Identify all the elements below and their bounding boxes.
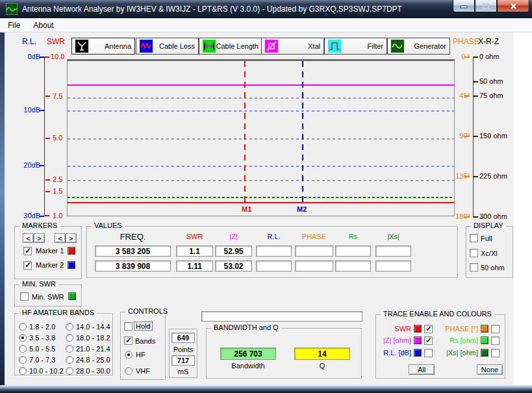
trace-phase-checkbox[interactable]	[491, 325, 500, 333]
rl-tick-label: 0dB	[18, 53, 40, 60]
rs-value-m1	[335, 246, 371, 257]
minimize-button[interactable]	[453, 0, 475, 12]
tab-label: Cable Loss	[159, 42, 195, 50]
q-label: Q	[294, 362, 350, 370]
phase-value-m2	[295, 260, 333, 272]
status-field[interactable]	[201, 311, 362, 322]
marker2-next-button[interactable]: >	[66, 233, 77, 243]
rl-tick	[39, 216, 44, 217]
menubar: File About	[0, 18, 532, 32]
phase-tick	[464, 216, 470, 218]
ohm-tick	[474, 136, 478, 137]
trace-rl-swatch[interactable]	[414, 349, 422, 357]
window-border-bottom	[0, 385, 532, 393]
swr-axis-title: SWR	[47, 37, 65, 46]
marker1-line[interactable]	[244, 61, 246, 215]
hf-radio[interactable]	[125, 351, 133, 359]
swr-value-m2: 1.11	[176, 260, 213, 272]
trace-xs-swatch[interactable]	[481, 349, 488, 357]
ohm-tick-label: 0 ohm	[479, 53, 500, 60]
display-group-title: DISPLAY	[471, 222, 506, 229]
band-radio-3.5[interactable]	[19, 334, 27, 342]
band-radio-5.0[interactable]	[19, 345, 27, 353]
ohm-tick	[474, 216, 478, 218]
marker1-next-button[interactable]: >	[34, 233, 45, 243]
rl-header: R.L.	[256, 233, 292, 240]
display-full-checkbox[interactable]	[470, 234, 478, 242]
trace-none-button[interactable]: None	[477, 364, 503, 375]
trace-z-swatch[interactable]	[414, 336, 422, 344]
menu-item-about[interactable]: About	[28, 19, 58, 32]
trace-swr-checkbox[interactable]	[424, 325, 433, 333]
vhf-radio[interactable]	[125, 367, 133, 375]
tab-xtal[interactable]: Xtal	[261, 38, 324, 55]
tab-label: Filter	[368, 42, 383, 50]
band-label: 5.0 - 5.5	[29, 345, 55, 353]
tab-antenna[interactable]: Antenna	[71, 38, 135, 55]
generator-icon	[391, 40, 404, 53]
phase-tick	[464, 57, 470, 58]
display-xcxl-checkbox[interactable]	[470, 249, 478, 257]
gridline-swr-5.0	[68, 138, 454, 140]
trace-rs-checkbox[interactable]	[491, 336, 500, 345]
tab-filter[interactable]: Filter	[324, 38, 387, 55]
bands-checkbox[interactable]	[124, 336, 133, 345]
controls-group: CONTROLS Hold Bands HF VHF	[120, 312, 166, 380]
maximize-button[interactable]	[475, 0, 497, 12]
marker1-checkbox[interactable]	[23, 247, 32, 255]
marker1-color-swatch[interactable]	[68, 247, 75, 255]
window-title: Antenna Network Analyser by IW3HEV & IW3…	[22, 5, 402, 14]
maximize-icon	[482, 3, 490, 10]
trace-xs-checkbox[interactable]	[491, 349, 500, 357]
hf-bands-group-title: HF AMATEUR BANDS	[19, 309, 97, 316]
xs-value-m2	[375, 260, 411, 272]
min-swr-color-swatch[interactable]	[68, 292, 76, 300]
band-radio-21.0[interactable]	[66, 345, 73, 353]
trace-all-button[interactable]: All	[409, 364, 435, 375]
swr-value-m1: 1.1	[176, 246, 213, 257]
bandwidth-label: Bandwidth	[220, 362, 276, 370]
swr-header: SWR	[176, 233, 213, 240]
menu-item-file[interactable]: File	[3, 19, 25, 32]
tab-cable-loss[interactable]: Cable Loss	[136, 38, 199, 55]
app-window: Antenna Network Analyser by IW3HEV & IW3…	[0, 0, 532, 393]
band-radio-24.8[interactable]	[66, 356, 73, 364]
min-swr-group-title: MIN. SWR	[19, 280, 58, 288]
trace-z-checkbox[interactable]	[424, 336, 433, 345]
display-50ohm-checkbox[interactable]	[470, 263, 478, 272]
close-button[interactable]	[497, 0, 529, 12]
z-value-m2: 53.02	[215, 260, 252, 272]
marker2-checkbox[interactable]	[23, 261, 32, 270]
trace-enable-group: TRACE ENABLE AND COLOURS SWR PHASE [°] |…	[375, 314, 505, 379]
band-radio-28.0[interactable]	[66, 367, 73, 375]
band-radio-1.8[interactable]	[19, 323, 27, 331]
marker1-prev-button[interactable]: <	[23, 233, 34, 243]
ohm-tick-label: 225 ohm	[479, 172, 507, 180]
rs-value-m2	[335, 260, 371, 272]
band-radio-7.0[interactable]	[19, 356, 27, 364]
marker1-label: M1	[241, 205, 252, 213]
marker2-prev-button[interactable]: <	[55, 233, 66, 243]
tab-cable-length[interactable]: Cable Length	[199, 38, 262, 55]
tab-generator[interactable]: Generator	[387, 38, 450, 55]
tab-label: Generator	[414, 42, 446, 50]
plot-area[interactable]: M1 M2	[67, 59, 455, 216]
values-group-title: VALUES	[92, 222, 125, 229]
hold-label: Hold	[134, 322, 153, 331]
band-radio-10.0[interactable]	[19, 367, 27, 375]
display-50ohm-label: 50 ohm	[481, 264, 505, 272]
tab-label: Xtal	[308, 42, 320, 50]
marker2-color-swatch[interactable]	[68, 261, 75, 269]
min-swr-checkbox[interactable]	[20, 292, 29, 301]
trace-swr-swatch[interactable]	[414, 325, 422, 333]
hold-checkbox[interactable]	[124, 322, 133, 331]
trace-rs-swatch[interactable]	[481, 336, 488, 344]
markers-group-title: MARKERS	[19, 222, 60, 229]
marker2-line[interactable]	[302, 61, 303, 215]
band-radio-18.0[interactable]	[66, 334, 73, 342]
trace-rl-checkbox[interactable]	[424, 349, 433, 357]
trace-phase-swatch[interactable]	[481, 325, 488, 333]
swr-tick-label: 1.5	[53, 187, 62, 195]
rl-tick-label: 10dB	[18, 106, 40, 114]
band-radio-14.0[interactable]	[66, 323, 73, 331]
